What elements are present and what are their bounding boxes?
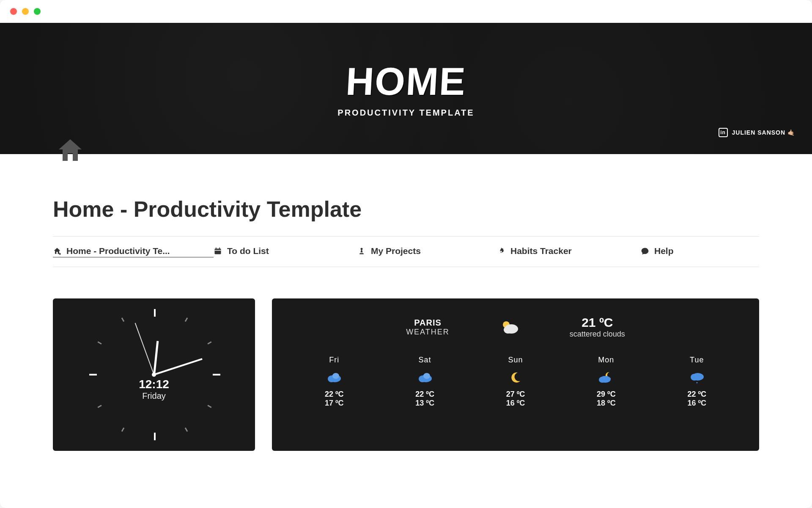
window-titlebar: [0, 0, 812, 23]
cloud-icon: [326, 370, 342, 385]
nav-bar: Home - Productivity Te... To do List My …: [53, 236, 759, 267]
home-share-icon: [53, 247, 62, 255]
clock-face: 12:12 Friday: [82, 303, 226, 447]
chess-piece-icon: [357, 247, 367, 255]
forecast-lo: 17 ºC: [325, 399, 344, 408]
clock-digital: 12:12 Friday: [139, 378, 169, 401]
forecast-day-fri: Fri 22 ºC 17 ºC: [325, 356, 344, 408]
banner-credit-text: JULIEN SANSON 🤙🏼: [732, 129, 795, 136]
forecast-day-label: Mon: [598, 356, 614, 364]
calendar-icon: [214, 247, 223, 255]
forecast-day-tue: Tue 22 ºC 16 ºC: [687, 356, 706, 408]
forecast-day-label: Sat: [419, 356, 431, 364]
minimize-window-button[interactable]: [22, 8, 29, 15]
clock-second-hand: [135, 323, 154, 375]
forecast-hi: 27 ºC: [506, 390, 525, 399]
weather-city: PARIS: [406, 318, 450, 328]
nav-item-label: My Projects: [371, 246, 421, 256]
nav-item-label: Help: [654, 246, 674, 256]
forecast-hi: 22 ºC: [325, 390, 344, 399]
weather-current: 21 ºC scattered clouds: [570, 315, 625, 339]
forecast-day-mon: Mon 29 ºC 18 ºC: [597, 356, 616, 408]
cloud-rain-icon: [689, 370, 705, 385]
svg-rect-4: [215, 250, 221, 251]
clock-hour-hand: [153, 341, 159, 375]
svg-point-13: [423, 373, 430, 379]
svg-rect-2: [216, 248, 217, 249]
widgets-row: 12:12 Friday PARIS WEATHER: [53, 298, 759, 451]
flame-icon: [497, 247, 506, 255]
weather-label: WEATHER: [406, 328, 450, 337]
app-window: HOME PRODUCTIVITY TEMPLATE in JULIEN SAN…: [0, 0, 812, 508]
weather-forecast: Fri 22 ºC 17 ºC Sat: [289, 356, 742, 408]
nav-item-habits[interactable]: Habits Tracker: [497, 246, 641, 256]
nav-item-label: To do List: [227, 246, 269, 256]
weather-current-temp: 21 ºC: [570, 315, 625, 330]
forecast-day-sun: Sun 27 ºC 16 ºC: [506, 356, 525, 408]
nav-item-home[interactable]: Home - Productivity Te...: [53, 246, 214, 257]
svg-point-18: [696, 382, 697, 384]
forecast-day-sat: Sat 22 ºC 13 ºC: [415, 356, 434, 408]
forecast-hi: 22 ºC: [687, 390, 706, 399]
banner-credit[interactable]: in JULIEN SANSON 🤙🏼: [719, 128, 795, 137]
maximize-window-button[interactable]: [34, 8, 41, 15]
close-window-button[interactable]: [10, 8, 17, 15]
weather-widget: PARIS WEATHER 21 ºC scattered clouds: [272, 298, 759, 451]
home-icon: [55, 135, 85, 166]
svg-point-15: [599, 377, 606, 383]
forecast-day-label: Sun: [508, 356, 523, 364]
forecast-day-label: Tue: [690, 356, 704, 364]
forecast-day-label: Fri: [329, 356, 339, 364]
page-icon[interactable]: [55, 135, 85, 166]
banner-title: HOME: [345, 59, 467, 104]
svg-rect-3: [219, 248, 220, 249]
page-title: Home - Productivity Template: [53, 196, 759, 222]
nav-item-label: Home - Productivity Te...: [66, 246, 170, 256]
nav-item-todo[interactable]: To do List: [214, 246, 357, 256]
forecast-lo: 18 ºC: [597, 399, 616, 408]
cloud-icon: [417, 370, 433, 385]
chat-icon: [641, 247, 650, 255]
sun-cloud-icon: [500, 320, 519, 335]
nav-item-label: Habits Tracker: [510, 246, 572, 256]
nav-item-projects[interactable]: My Projects: [357, 246, 497, 256]
forecast-hi: 22 ºC: [415, 390, 434, 399]
clock-time-text: 12:12: [139, 378, 169, 391]
cover-banner: HOME PRODUCTIVITY TEMPLATE in JULIEN SAN…: [0, 23, 812, 154]
moon-icon: [510, 370, 521, 385]
nav-item-help[interactable]: Help: [641, 246, 759, 256]
forecast-lo: 16 ºC: [506, 399, 525, 408]
clock-center: [152, 373, 156, 377]
clock-minute-hand: [154, 358, 202, 375]
linkedin-icon: in: [719, 128, 728, 137]
weather-location: PARIS WEATHER: [406, 318, 450, 337]
weather-current-cond: scattered clouds: [570, 330, 625, 339]
weather-header: PARIS WEATHER 21 ºC scattered clouds: [289, 315, 742, 339]
forecast-hi: 29 ºC: [597, 390, 616, 399]
moon-cloud-icon: [598, 370, 614, 385]
svg-point-10: [332, 373, 339, 379]
clock-day-text: Friday: [139, 391, 169, 401]
banner-subtitle: PRODUCTIVITY TEMPLATE: [337, 108, 474, 118]
forecast-lo: 16 ºC: [687, 399, 706, 408]
clock-widget: 12:12 Friday: [53, 298, 255, 451]
forecast-lo: 13 ºC: [415, 399, 434, 408]
page-content: Home - Productivity Template Home - Prod…: [0, 154, 812, 451]
svg-point-17: [691, 374, 698, 381]
svg-point-7: [504, 326, 512, 334]
